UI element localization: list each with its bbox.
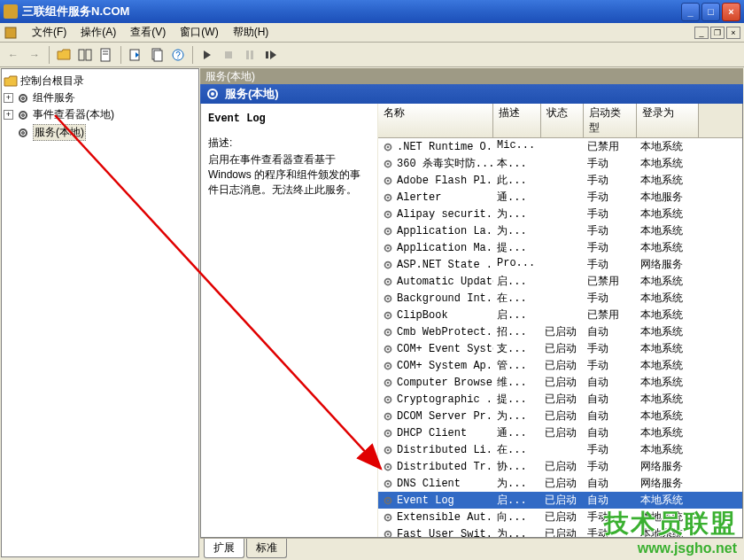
tree-node[interactable]: +事件查看器(本地): [4, 106, 197, 123]
list-header: 名称 描述 状态 启动类型 登录为: [378, 104, 742, 138]
up-button[interactable]: [54, 45, 74, 65]
col-start[interactable]: 启动类型: [584, 104, 637, 137]
gear-icon: [382, 208, 394, 221]
menu-view[interactable]: 查看(V): [123, 23, 173, 42]
svg-point-44: [387, 314, 390, 316]
service-row[interactable]: DCOM Server Pr...为...已启动自动本地系统: [378, 408, 742, 424]
expander-icon[interactable]: +: [4, 93, 13, 103]
svg-point-38: [387, 263, 390, 266]
services-icon: [205, 87, 220, 101]
service-row[interactable]: Application La...为...手动本地系统: [378, 222, 742, 239]
service-row[interactable]: COM+ System Ap...管...已启动手动本地系统: [378, 357, 742, 374]
mdi-minimize[interactable]: _: [694, 27, 709, 39]
svg-rect-14: [266, 51, 268, 58]
gear-icon: [382, 158, 394, 170]
tree-node[interactable]: +组件服务: [4, 89, 197, 106]
service-row[interactable]: ASP.NET State ...Pro...手动网络服务: [378, 256, 742, 273]
svg-rect-0: [5, 27, 16, 38]
service-row[interactable]: ClipBook启...已禁用本地系统: [378, 307, 742, 323]
restart-button[interactable]: [261, 45, 281, 65]
gear-icon: [382, 410, 394, 423]
col-logon[interactable]: 登录为: [637, 104, 699, 137]
service-row[interactable]: Alerter通...手动本地服务: [378, 189, 742, 206]
svg-point-36: [387, 246, 390, 249]
service-row[interactable]: Application Ma...提...手动本地系统: [378, 239, 742, 256]
svg-point-18: [22, 113, 25, 116]
svg-point-20: [22, 131, 25, 134]
service-row[interactable]: DHCP Client通...已启动自动本地系统: [378, 424, 742, 441]
menu-window[interactable]: 窗口(W): [173, 23, 225, 42]
play-button[interactable]: [198, 45, 217, 65]
help-button[interactable]: ?: [168, 45, 188, 65]
svg-rect-13: [251, 51, 253, 59]
menu-help[interactable]: 帮助(H): [226, 23, 276, 42]
gear-icon: [382, 427, 394, 439]
service-description: 启用在事件查看器查看基于 Windows 的程序和组件颁发的事件日志消息。无法终…: [208, 152, 370, 198]
svg-point-52: [387, 381, 390, 384]
export-button[interactable]: [126, 45, 145, 65]
svg-point-22: [211, 92, 214, 96]
close-button[interactable]: ×: [722, 3, 740, 21]
service-row[interactable]: 360 杀毒实时防...本...手动本地系统: [378, 155, 742, 172]
gear-icon: [382, 326, 394, 338]
expander-icon[interactable]: +: [4, 110, 13, 120]
svg-point-46: [387, 331, 390, 333]
gear-icon: [16, 108, 30, 122]
svg-rect-8: [154, 51, 162, 61]
service-row[interactable]: Distributed Tr...协...已启动手动网络服务: [378, 458, 742, 475]
svg-point-64: [387, 482, 390, 485]
service-row[interactable]: Computer Browser维...已启动自动本地系统: [378, 374, 742, 391]
gear-icon: [382, 444, 394, 456]
gear-icon: [382, 360, 394, 372]
tree-panel[interactable]: 控制台根目录 +组件服务+事件查看器(本地)服务(本地): [1, 68, 199, 557]
refresh-button[interactable]: [147, 45, 167, 65]
svg-point-34: [387, 229, 390, 232]
tree-node[interactable]: 服务(本地): [4, 123, 197, 142]
service-row[interactable]: COM+ Event System支...已启动手动本地系统: [378, 340, 742, 357]
minimize-button[interactable]: _: [681, 3, 700, 21]
mdi-close[interactable]: ×: [726, 27, 740, 39]
show-hide-button[interactable]: [75, 45, 95, 65]
panel-header: 服务(本地): [200, 68, 743, 84]
gear-icon: [382, 175, 394, 187]
gear-icon: [16, 126, 30, 140]
pause-button: [240, 45, 260, 65]
service-row[interactable]: Adobe Flash Pl...此...手动本地系统: [378, 172, 742, 189]
menubar: 文件(F) 操作(A) 查看(V) 窗口(W) 帮助(H) _ ❐ ×: [0, 23, 744, 43]
menu-file[interactable]: 文件(F): [25, 23, 74, 42]
service-row[interactable]: Background Int...在...手动本地系统: [378, 290, 742, 307]
svg-point-24: [387, 145, 390, 148]
service-row[interactable]: DNS Client为...已启动自动网络服务: [378, 475, 742, 492]
svg-rect-3: [101, 49, 110, 61]
menu-action[interactable]: 操作(A): [74, 23, 123, 42]
services-list[interactable]: 名称 描述 状态 启动类型 登录为 .NET Runtime O...Mic..…: [378, 104, 742, 537]
gear-icon: [382, 292, 394, 305]
gear-icon: [382, 343, 394, 355]
service-row[interactable]: Distributed Li...在...手动本地系统: [378, 441, 742, 458]
maximize-button[interactable]: □: [701, 3, 720, 21]
col-desc[interactable]: 描述: [493, 104, 541, 137]
tree-root[interactable]: 控制台根目录: [4, 73, 197, 89]
titlebar: 三联组件服务N.COM _ □ ×: [0, 0, 744, 23]
tab-standard[interactable]: 标准: [246, 539, 287, 558]
gear-icon: [382, 511, 394, 524]
service-row[interactable]: Automatic Updates启...已禁用本地系统: [378, 273, 742, 290]
properties-button[interactable]: [97, 45, 116, 65]
service-row[interactable]: Cryptographic ...提...已启动自动本地系统: [378, 391, 742, 408]
service-row[interactable]: Alipay securit...为...手动本地系统: [378, 206, 742, 222]
col-name[interactable]: 名称: [378, 104, 493, 137]
gear-icon: [382, 276, 394, 288]
svg-point-70: [387, 533, 390, 535]
app-icon: [4, 4, 18, 19]
svg-point-28: [387, 179, 390, 182]
folder-icon: [4, 74, 18, 89]
svg-point-50: [387, 364, 390, 367]
col-status[interactable]: 状态: [541, 104, 584, 137]
description-panel: Event Log 描述: 启用在事件查看器查看基于 Windows 的程序和组…: [201, 104, 378, 537]
service-row[interactable]: Cmb WebProtect...招...已启动自动本地系统: [378, 323, 742, 340]
service-row[interactable]: .NET Runtime O...Mic...已禁用本地系统: [378, 138, 742, 155]
tab-extended[interactable]: 扩展: [204, 539, 244, 558]
svg-point-16: [22, 97, 25, 99]
gear-icon: [382, 309, 394, 322]
mdi-restore[interactable]: ❐: [710, 27, 725, 39]
